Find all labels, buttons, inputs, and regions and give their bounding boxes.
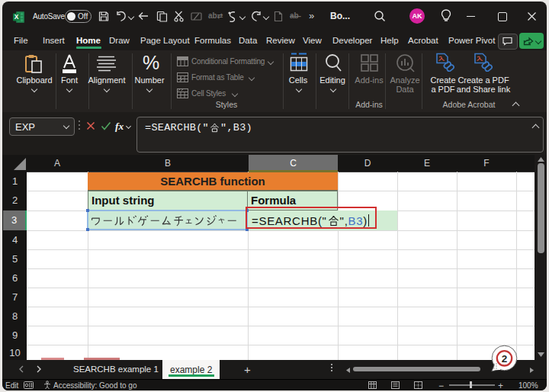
svg-text:X: X <box>14 13 19 21</box>
svg-text:2: 2 <box>502 353 508 365</box>
